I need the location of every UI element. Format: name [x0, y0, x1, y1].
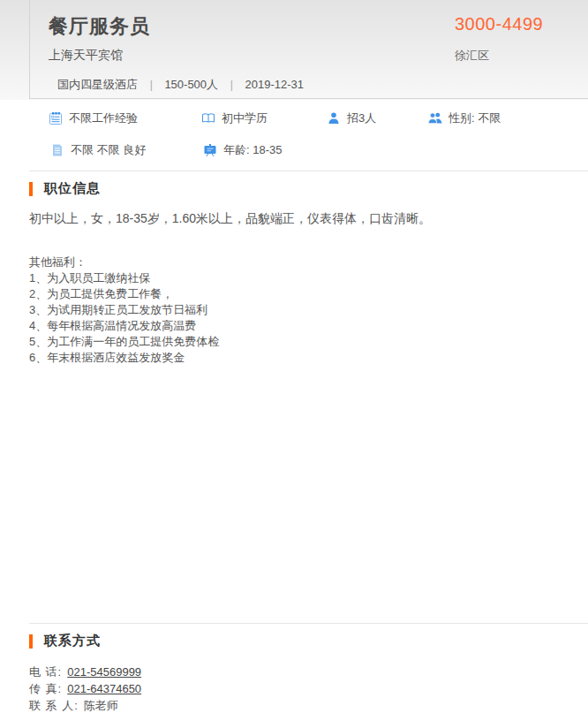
- header-right: 3000-4499 徐汇区: [455, 0, 543, 64]
- header-divider: [29, 171, 588, 171]
- job-info-title: 职位信息: [29, 180, 101, 197]
- job-info-title-text: 职位信息: [44, 180, 101, 197]
- req-gender-label: 性别: 不限: [449, 110, 501, 126]
- education-icon: [201, 111, 215, 125]
- req-experience: 不限工作经验: [49, 110, 138, 126]
- req-headcount: 招3人: [327, 110, 376, 126]
- orange-bar: [29, 182, 33, 196]
- benefit-item: 6、年末根据酒店效益发放奖金: [29, 350, 568, 366]
- company-type: 国内四星级酒店: [57, 78, 138, 91]
- req-experience-label: 不限工作经验: [69, 110, 138, 126]
- req-education: 初中学历: [201, 110, 268, 126]
- language-icon: [50, 143, 64, 157]
- req-age: 年龄: 18-35: [203, 142, 282, 158]
- experience-icon: [49, 111, 63, 125]
- company-size: 150-500人: [164, 78, 218, 91]
- benefit-item: 5、为工作满一年的员工提供免费体检: [29, 334, 568, 350]
- contact-title: 联系方式: [29, 633, 101, 649]
- salary-range: 3000-4499: [455, 14, 543, 34]
- phone-line: 电 话:021-54569999: [29, 664, 141, 680]
- contact-person-line: 联 系 人:陈老师: [29, 697, 141, 713]
- fax-label: 传 真:: [29, 682, 62, 695]
- orange-bar: [29, 634, 33, 649]
- benefit-item: 1、为入职员工缴纳社保: [29, 270, 568, 286]
- posting-expiry-date: 2019-12-31: [245, 78, 304, 91]
- benefits-title: 其他福利：: [29, 254, 568, 270]
- district-label: 徐汇区: [455, 48, 543, 64]
- contact-divider: [29, 623, 588, 624]
- req-headcount-label: 招3人: [347, 110, 376, 126]
- contact-lines: 电 话:021-54569999 传 真:021-64374650 联 系 人:…: [29, 664, 141, 713]
- gender-icon: [428, 111, 442, 125]
- req-age-label: 年龄: 18-35: [223, 142, 282, 158]
- contact-person-name: 陈老师: [84, 699, 118, 712]
- header-left: 餐厅服务员 上海天平宾馆 国内四星级酒店 | 150-500人 | 2019-1…: [49, 0, 304, 93]
- benefits-list: 其他福利： 1、为入职员工缴纳社保 2、为员工提供免费工作餐， 3、为试用期转正…: [29, 254, 568, 366]
- fax-link[interactable]: 021-64374650: [67, 682, 141, 695]
- req-language-label: 不限 不限 良好: [71, 142, 146, 158]
- company-name: 上海天平宾馆: [49, 48, 304, 64]
- phone-label: 电 话:: [29, 665, 62, 679]
- job-description: 初中以上，女，18-35岁，1.60米以上，品貌端正，仪表得体，口齿清晰。: [29, 209, 568, 227]
- req-language: 不限 不限 良好: [50, 142, 146, 158]
- meta-separator: |: [150, 79, 153, 91]
- phone-link[interactable]: 021-54569999: [67, 665, 141, 679]
- job-title: 餐厅服务员: [49, 13, 304, 40]
- benefit-item: 4、每年根据高温情况发放高温费: [29, 318, 568, 334]
- req-education-label: 初中学历: [222, 110, 268, 126]
- benefit-item: 3、为试用期转正员工发放节日福利: [29, 302, 568, 318]
- req-gender: 性别: 不限: [428, 110, 501, 126]
- contact-title-text: 联系方式: [44, 633, 101, 649]
- company-meta: 国内四星级酒店 | 150-500人 | 2019-12-31: [57, 77, 304, 93]
- headcount-icon: [327, 111, 341, 125]
- job-detail-page: 餐厅服务员 上海天平宾馆 国内四星级酒店 | 150-500人 | 2019-1…: [0, 0, 588, 713]
- benefit-item: 2、为员工提供免费工作餐，: [29, 286, 568, 302]
- meta-separator: |: [230, 79, 233, 91]
- fax-line: 传 真:021-64374650: [29, 680, 141, 697]
- job-header: 餐厅服务员 上海天平宾馆 国内四星级酒店 | 150-500人 | 2019-1…: [0, 0, 588, 100]
- contact-person-label: 联 系 人:: [29, 699, 79, 712]
- age-icon: [203, 143, 217, 157]
